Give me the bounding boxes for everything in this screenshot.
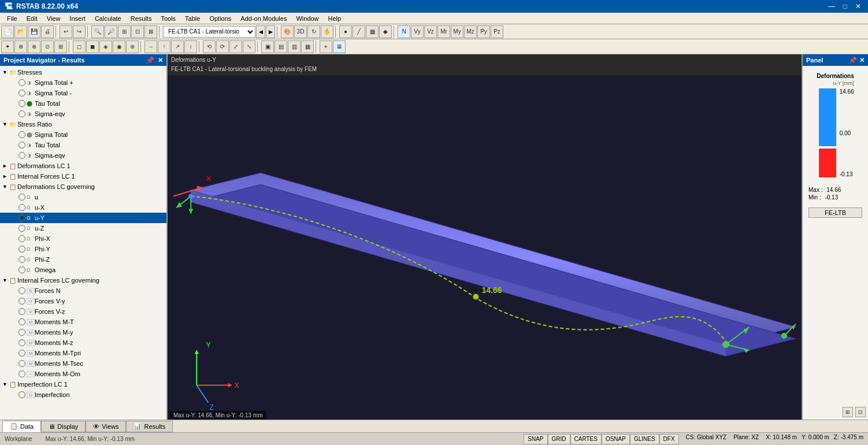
tb-result3[interactable]: Vz bbox=[424, 25, 437, 38]
panel-bottom-btn1[interactable]: ⊞ bbox=[843, 407, 853, 417]
menu-window[interactable]: Window bbox=[291, 14, 323, 23]
ca-selector[interactable]: FE-LTB CA1 - Lateral-torsio bbox=[163, 26, 255, 38]
tb2-11[interactable]: → bbox=[144, 40, 157, 53]
tree-item-tau-total[interactable]: ⬤ Tau Total bbox=[0, 98, 166, 109]
tb-result4[interactable]: Mr bbox=[437, 25, 450, 38]
tb-zoom-in[interactable]: 🔍 bbox=[91, 25, 104, 38]
tb-undo[interactable]: ↩ bbox=[60, 25, 72, 38]
tb2-16[interactable]: ⟳ bbox=[216, 40, 229, 53]
tb2-8[interactable]: ◈ bbox=[99, 40, 112, 53]
menu-results[interactable]: Results bbox=[126, 14, 157, 23]
tree-item-phi-z[interactable]: Ω Phi-Z bbox=[0, 254, 166, 265]
tree-item-moments-my[interactable]: M Moments M-y bbox=[0, 327, 166, 338]
tb-node[interactable]: ● bbox=[339, 25, 352, 38]
menu-edit[interactable]: Edit bbox=[22, 14, 42, 23]
viewport-canvas[interactable]: X Z Y bbox=[168, 75, 802, 420]
tb-save[interactable]: 💾 bbox=[28, 25, 40, 38]
maximize-button[interactable]: □ bbox=[841, 2, 850, 10]
tree-item-stresses[interactable]: ▼ 📁 Stresses bbox=[0, 67, 166, 77]
tree-item-u-z[interactable]: Ω u-Z bbox=[0, 223, 166, 233]
left-panel-pin[interactable]: 📌 bbox=[146, 57, 154, 64]
grid-btn[interactable]: GRID bbox=[548, 434, 570, 444]
tree-item-forces-vz[interactable]: V Forces V-z bbox=[0, 306, 166, 317]
tree-item-u-x[interactable]: Ω u-X bbox=[0, 202, 166, 213]
viewport[interactable]: Deformations u-Y FE-LTB CA1 - Lateral-to… bbox=[168, 54, 802, 420]
dfx-btn[interactable]: DFX bbox=[659, 434, 679, 444]
tb-zoom-all[interactable]: ⊞ bbox=[118, 25, 131, 38]
tb-result7[interactable]: Py bbox=[477, 25, 490, 38]
tree-item-moments-mt[interactable]: M Moments M-T bbox=[0, 317, 166, 327]
ca-prev[interactable]: ◀ bbox=[256, 25, 265, 38]
tb2-15[interactable]: ⟲ bbox=[203, 40, 216, 53]
menu-options[interactable]: Options bbox=[205, 14, 236, 23]
tb2-13[interactable]: ↗ bbox=[171, 40, 184, 53]
tree-item-moments-mom[interactable]: ~ Moments M-Om bbox=[0, 369, 166, 379]
tb2-2[interactable]: ⊕ bbox=[14, 40, 27, 53]
right-panel-pin[interactable]: 📌 bbox=[849, 57, 857, 64]
panel-bottom-btn2[interactable]: ⊡ bbox=[855, 407, 866, 417]
menu-tools[interactable]: Tools bbox=[156, 14, 180, 23]
menu-insert[interactable]: Insert bbox=[65, 14, 90, 23]
tb2-10[interactable]: ⊛ bbox=[126, 40, 139, 53]
tree-item-sigma-total-minus[interactable]: ◑ Sigma Total - bbox=[0, 88, 166, 98]
toggle-stresses[interactable]: ▼ bbox=[2, 69, 9, 75]
tree-item-stress-ratio[interactable]: ▼ 📁 Stress Ratio bbox=[0, 119, 166, 129]
tree-item-sigma-eqv[interactable]: ◑ Sigma-eqv bbox=[0, 109, 166, 119]
tb2-5[interactable]: ⊞ bbox=[54, 40, 67, 53]
tab-data[interactable]: 📋 Data bbox=[2, 421, 41, 432]
tree-item-moments-mz[interactable]: M Moments M-z bbox=[0, 338, 166, 348]
tb-zoom-out[interactable]: 🔎 bbox=[105, 25, 117, 38]
tb-result8[interactable]: Pz bbox=[491, 25, 503, 38]
tb2-6[interactable]: ◻ bbox=[73, 40, 86, 53]
tb-solid[interactable]: ◆ bbox=[379, 25, 392, 38]
tree-item-sr-sigma-total[interactable]: ⬤ Sigma Total bbox=[0, 129, 166, 140]
menu-calculate[interactable]: Calculate bbox=[90, 14, 126, 23]
tb-print[interactable]: 🖨 bbox=[41, 25, 54, 38]
ca-next[interactable]: ▶ bbox=[266, 25, 275, 38]
menu-addon[interactable]: Add-on Modules bbox=[236, 14, 291, 23]
tree-item-deform-lcgov[interactable]: ▼ 📋 Deformations LC governing bbox=[0, 181, 166, 192]
tb2-9[interactable]: ◉ bbox=[113, 40, 125, 53]
tb2-3[interactable]: ⊗ bbox=[28, 40, 40, 53]
menu-file[interactable]: File bbox=[2, 14, 22, 23]
toggle-intforces-lc1[interactable]: ► bbox=[2, 173, 9, 179]
right-panel-close[interactable]: ✕ bbox=[859, 57, 865, 64]
tree-item-moments-mtsec[interactable]: M Moments M-Tsec bbox=[0, 358, 166, 369]
tb-new[interactable]: 📄 bbox=[1, 25, 14, 38]
tb2-14[interactable]: ↕ bbox=[184, 40, 197, 53]
tab-views[interactable]: 👁 Views bbox=[86, 421, 126, 432]
tab-results[interactable]: 📊 Results bbox=[126, 421, 173, 432]
tree-item-u-y[interactable]: Ω u-Y bbox=[0, 213, 166, 223]
tree-item-u[interactable]: Ω u bbox=[0, 192, 166, 202]
tb-redo[interactable]: ↪ bbox=[73, 25, 86, 38]
tree-item-imperfection-lc1[interactable]: ▼ 📋 Imperfection LC 1 bbox=[0, 379, 166, 390]
tb-surface[interactable]: ▦ bbox=[366, 25, 379, 38]
tree-item-forces-n[interactable]: N Forces N bbox=[0, 285, 166, 296]
menu-view[interactable]: View bbox=[42, 14, 65, 23]
tree-item-sr-tau-total[interactable]: ◑ Tau Total bbox=[0, 140, 166, 150]
toggle-intforces-lcgov[interactable]: ▼ bbox=[2, 277, 9, 283]
tb-line[interactable]: ╱ bbox=[353, 25, 365, 38]
tree-item-deform-lc1[interactable]: ► 📋 Deformations LC 1 bbox=[0, 161, 166, 171]
tb2-7[interactable]: ◼ bbox=[86, 40, 99, 53]
menu-table[interactable]: Table bbox=[180, 14, 205, 23]
glines-btn[interactable]: GLINES bbox=[630, 434, 659, 444]
cartes-btn[interactable]: CARTES bbox=[570, 434, 602, 444]
tb-result6[interactable]: Mz bbox=[464, 25, 477, 38]
tab-display[interactable]: 🖥 Display bbox=[41, 421, 86, 432]
tb-result1[interactable]: N bbox=[398, 25, 410, 38]
tb2-1[interactable]: ✦ bbox=[1, 40, 14, 53]
left-panel-close[interactable]: ✕ bbox=[158, 57, 163, 64]
tb2-23[interactable]: ⌖ bbox=[320, 40, 332, 53]
tb-rotate[interactable]: ↻ bbox=[307, 25, 320, 38]
tb2-4[interactable]: ⊙ bbox=[41, 40, 54, 53]
tree-item-sr-sigma-eqv[interactable]: ◑ Sigma-eqv bbox=[0, 150, 166, 161]
tree-item-omega[interactable]: Ω Omega bbox=[0, 265, 166, 275]
osnap-btn[interactable]: OSNAP bbox=[602, 434, 630, 444]
tb-open[interactable]: 📂 bbox=[14, 25, 27, 38]
tb-result2[interactable]: Vy bbox=[411, 25, 424, 38]
tree-item-phi-y[interactable]: Ω Phi-Y bbox=[0, 244, 166, 254]
tree-item-imperfection[interactable]: Ω Imperfection bbox=[0, 390, 166, 400]
menu-help[interactable]: Help bbox=[324, 14, 346, 23]
tb2-17[interactable]: ⤢ bbox=[229, 40, 242, 53]
